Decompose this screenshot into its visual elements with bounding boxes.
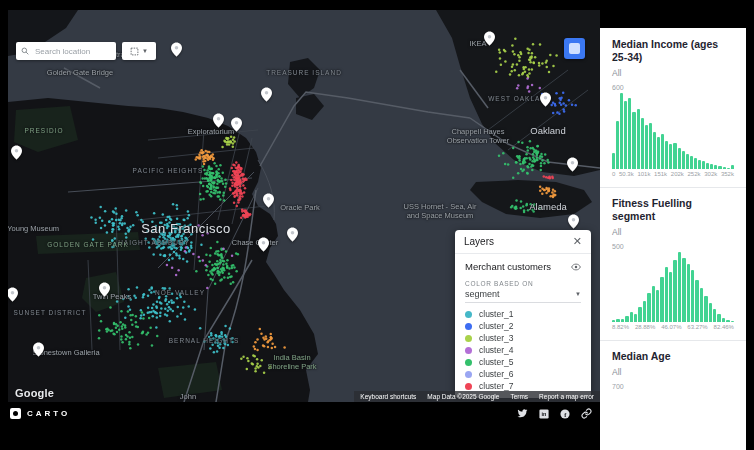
- search-input[interactable]: [33, 46, 111, 57]
- segment-select-value: segment: [465, 289, 500, 299]
- visibility-eye-icon[interactable]: [571, 263, 581, 271]
- histogram-bar[interactable]: [673, 260, 676, 322]
- link-icon[interactable]: [581, 408, 592, 419]
- histogram-bar[interactable]: [638, 307, 641, 322]
- histogram-bar[interactable]: [660, 277, 663, 322]
- histogram-bar[interactable]: [691, 270, 694, 322]
- histogram-bar[interactable]: [616, 319, 619, 323]
- histogram-bar[interactable]: [709, 303, 712, 322]
- x-tick-label: 63.27%: [687, 324, 707, 330]
- carto-logo-icon: [10, 408, 21, 419]
- map-pin-marker[interactable]: [261, 87, 272, 102]
- histogram-bar[interactable]: [700, 288, 703, 322]
- histogram-bar[interactable]: [621, 319, 624, 322]
- histogram-bar[interactable]: [694, 158, 697, 169]
- map-pin-marker[interactable]: [99, 282, 110, 297]
- search-box[interactable]: [16, 42, 116, 60]
- histogram-bar[interactable]: [718, 166, 721, 169]
- map-pin-marker[interactable]: [213, 113, 224, 128]
- draw-tool-button[interactable]: ▼: [122, 42, 156, 60]
- histogram-bar[interactable]: [632, 112, 635, 169]
- histogram-bar[interactable]: [637, 109, 640, 169]
- histogram-bar[interactable]: [686, 154, 689, 169]
- histogram-bar[interactable]: [657, 137, 660, 169]
- histogram-bar[interactable]: [649, 123, 652, 169]
- legend: cluster_1cluster_2cluster_3cluster_4clus…: [465, 308, 581, 392]
- histogram-bar[interactable]: [669, 144, 672, 169]
- histogram-bar[interactable]: [612, 153, 615, 169]
- terms-link[interactable]: Terms: [510, 393, 528, 400]
- histogram-bar[interactable]: [702, 161, 705, 169]
- histogram-bar[interactable]: [669, 272, 672, 322]
- report-error-link[interactable]: Report a map error: [539, 393, 594, 400]
- histogram-plot[interactable]: [612, 392, 734, 426]
- histogram-bar[interactable]: [620, 93, 623, 169]
- map-pin-marker[interactable]: [568, 214, 579, 229]
- map-pin-marker[interactable]: [33, 342, 44, 357]
- google-logo: Google: [15, 387, 54, 399]
- histogram-bar[interactable]: [717, 314, 720, 322]
- histogram-bar[interactable]: [687, 264, 690, 322]
- histogram-bar[interactable]: [682, 151, 685, 169]
- map-pin-marker[interactable]: [258, 237, 269, 252]
- histogram-bar[interactable]: [698, 160, 701, 169]
- map-pin-marker[interactable]: [567, 157, 578, 172]
- histogram-bar[interactable]: [656, 290, 659, 322]
- histogram-bar[interactable]: [625, 316, 628, 322]
- histogram-bar[interactable]: [714, 165, 717, 169]
- histogram-bar[interactable]: [713, 309, 716, 322]
- histogram-bar[interactable]: [616, 121, 619, 169]
- keyboard-shortcuts-link[interactable]: Keyboard shortcuts: [360, 393, 416, 400]
- facebook-icon[interactable]: f: [560, 409, 570, 419]
- histogram-plot[interactable]: [612, 252, 734, 322]
- histogram-bar[interactable]: [628, 98, 631, 169]
- histogram-bar[interactable]: [624, 101, 627, 169]
- histogram-bar[interactable]: [695, 280, 698, 322]
- map-pin-marker[interactable]: [287, 227, 298, 242]
- histogram-bar[interactable]: [653, 132, 656, 169]
- map-pin-marker[interactable]: [540, 92, 551, 107]
- twitter-icon[interactable]: [517, 409, 528, 418]
- map-pin-marker[interactable]: [171, 42, 182, 57]
- map-pin-marker[interactable]: [484, 31, 495, 46]
- histogram-bar[interactable]: [710, 164, 713, 169]
- histogram-bar[interactable]: [706, 163, 709, 169]
- close-icon[interactable]: ✕: [573, 236, 582, 247]
- histogram-bar[interactable]: [673, 143, 676, 169]
- histogram-bar[interactable]: [731, 321, 734, 322]
- histogram-bar[interactable]: [641, 118, 644, 169]
- histogram-bar[interactable]: [727, 168, 730, 169]
- widget-divider: [600, 187, 746, 188]
- histogram-bar[interactable]: [682, 258, 685, 322]
- histogram-bar[interactable]: [723, 167, 726, 169]
- histogram-plot[interactable]: [612, 93, 734, 169]
- histogram-bar[interactable]: [690, 156, 693, 169]
- histogram-bar[interactable]: [678, 148, 681, 169]
- histogram-bar[interactable]: [665, 141, 668, 170]
- map-data-text: Map Data ©2025 Google: [427, 393, 499, 400]
- map-pin-marker[interactable]: [8, 287, 18, 302]
- histogram-bar[interactable]: [731, 165, 734, 169]
- map-canvas[interactable]: Golden Gate BridgeAlcatraz IslandTREASUR…: [8, 10, 600, 402]
- widget-title: Median Income (ages 25-34): [612, 38, 734, 64]
- linkedin-icon[interactable]: in: [539, 409, 549, 419]
- histogram-bar[interactable]: [726, 320, 729, 322]
- histogram-bar[interactable]: [704, 296, 707, 322]
- histogram-bar[interactable]: [661, 134, 664, 169]
- histogram-bar[interactable]: [678, 252, 681, 322]
- histogram-bar[interactable]: [665, 267, 668, 322]
- histogram-bar[interactable]: [722, 318, 725, 322]
- histogram-bar[interactable]: [643, 301, 646, 322]
- map-pin-marker[interactable]: [231, 117, 242, 132]
- histogram-bar[interactable]: [630, 312, 633, 322]
- segment-select[interactable]: segment ▼: [465, 287, 581, 303]
- histogram-bar[interactable]: [645, 125, 648, 169]
- map-pin-marker[interactable]: [11, 145, 22, 160]
- histogram-bar[interactable]: [634, 314, 637, 322]
- histogram-bar[interactable]: [647, 293, 650, 322]
- legend-color-dot: [465, 383, 472, 390]
- histogram-bar[interactable]: [612, 320, 615, 322]
- map-pin-marker[interactable]: [263, 193, 274, 208]
- basemap-toggle-button[interactable]: [564, 38, 585, 59]
- histogram-bar[interactable]: [652, 286, 655, 322]
